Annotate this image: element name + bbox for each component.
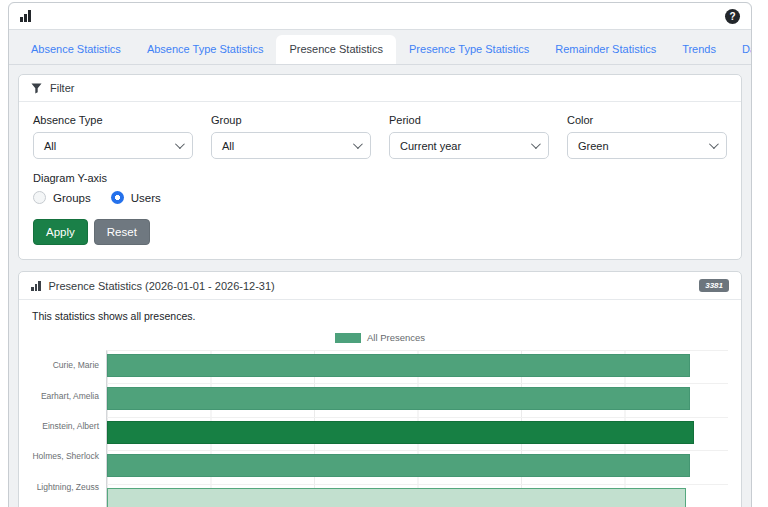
statistics-title: Presence Statistics (2026-01-01 - 2026-1…: [49, 280, 275, 292]
selected-value: All: [44, 140, 169, 152]
presence-bar: [107, 454, 690, 477]
tab-remainder-statistics[interactable]: Remainder Statistics: [542, 35, 669, 64]
filter-field-period: PeriodCurrent year: [389, 114, 549, 159]
legend-label: All Presences: [367, 332, 425, 343]
chart-row-curie-marie: [107, 354, 728, 384]
presence-bar: [107, 421, 694, 444]
filter-body: Absence TypeAllGroupAllPeriodCurrent yea…: [19, 102, 741, 259]
page-content: Filter Absence TypeAllGroupAllPeriodCurr…: [9, 65, 751, 507]
chart-row-einstein-albert: [107, 421, 728, 451]
filter-funnel-icon: [31, 83, 42, 94]
tab-absence-statistics[interactable]: Absence Statistics: [18, 35, 134, 64]
group-select[interactable]: All: [211, 132, 371, 159]
selected-value: Green: [578, 140, 703, 152]
chart-plot-area: [106, 350, 728, 507]
chevron-down-icon: [709, 139, 719, 149]
chart-row-holmes-sherlock: [107, 454, 728, 484]
filter-field-color: ColorGreen: [567, 114, 727, 159]
statistics-card-header: Presence Statistics (2026-01-01 - 2026-1…: [19, 272, 741, 300]
chart-row-lightning-zeuss: [107, 488, 728, 507]
app-window: ? Absence StatisticsAbsence Type Statist…: [8, 2, 752, 507]
chevron-down-icon: [531, 139, 541, 149]
field-label: Absence Type: [33, 114, 193, 126]
field-label: Period: [389, 114, 549, 126]
presence-bar-chart: Curie, MarieEarhart, AmeliaEinstein, Alb…: [32, 350, 728, 507]
chart-y-axis-labels: Curie, MarieEarhart, AmeliaEinstein, Alb…: [32, 350, 106, 507]
help-icon[interactable]: ?: [725, 9, 740, 24]
chart-category-label: Einstein, Albert: [32, 411, 106, 441]
color-select[interactable]: Green: [567, 132, 727, 159]
diagram-yaxis-label: Diagram Y-axis: [33, 172, 727, 184]
radio-users[interactable]: Users: [111, 191, 161, 204]
tab-day-of-week[interactable]: Day of Week: [729, 35, 752, 64]
chart-category-label: Curie, Marie: [32, 350, 106, 380]
count-badge: 3381: [699, 279, 729, 292]
filter-field-absence-type: Absence TypeAll: [33, 114, 193, 159]
chart-category-label: Earhart, Amelia: [32, 380, 106, 410]
legend-swatch: [335, 333, 361, 343]
radio-label: Groups: [53, 192, 91, 204]
field-label: Group: [211, 114, 371, 126]
radio-groups[interactable]: Groups: [33, 191, 91, 204]
statistics-description: This statistics shows all presences.: [32, 310, 728, 322]
statistics-body: This statistics shows all presences. All…: [19, 300, 741, 507]
radio-dot-icon: [111, 191, 124, 204]
tab-trends[interactable]: Trends: [669, 35, 729, 64]
top-bar: ?: [9, 3, 751, 30]
tab-presence-statistics[interactable]: Presence Statistics: [276, 35, 396, 64]
presence-bar: [107, 354, 690, 377]
chart-row-earhart-amelia: [107, 387, 728, 417]
chevron-down-icon: [175, 139, 185, 149]
chart-category-label: Lightning, Zeuss: [32, 472, 106, 502]
chevron-down-icon: [353, 139, 363, 149]
selected-value: Current year: [400, 140, 525, 152]
filter-card-header: Filter: [19, 75, 741, 102]
chart-category-label: Lupin, Arsene: [32, 502, 106, 507]
chart-category-label: Holmes, Sherlock: [32, 441, 106, 471]
apply-button[interactable]: Apply: [33, 219, 88, 245]
absence-type-select[interactable]: All: [33, 132, 193, 159]
tab-presence-type-statistics[interactable]: Presence Type Statistics: [396, 35, 542, 64]
radio-label: Users: [131, 192, 161, 204]
filter-field-group: GroupAll: [211, 114, 371, 159]
presence-bar: [107, 488, 686, 507]
legend-item-all-presences[interactable]: All Presences: [32, 332, 728, 343]
presence-bar: [107, 387, 690, 410]
field-label: Color: [567, 114, 727, 126]
selected-value: All: [222, 140, 347, 152]
filter-card: Filter Absence TypeAllGroupAllPeriodCurr…: [18, 74, 742, 260]
statistics-card: Presence Statistics (2026-01-01 - 2026-1…: [18, 271, 742, 507]
tab-absence-type-statistics[interactable]: Absence Type Statistics: [134, 35, 277, 64]
tab-bar: Absence StatisticsAbsence Type Statistic…: [9, 30, 751, 65]
filter-title: Filter: [50, 82, 74, 94]
bar-chart-icon: [31, 281, 41, 291]
reset-button[interactable]: Reset: [94, 219, 150, 245]
radio-dot-icon: [33, 191, 46, 204]
bar-chart-icon: [20, 10, 31, 22]
period-select[interactable]: Current year: [389, 132, 549, 159]
